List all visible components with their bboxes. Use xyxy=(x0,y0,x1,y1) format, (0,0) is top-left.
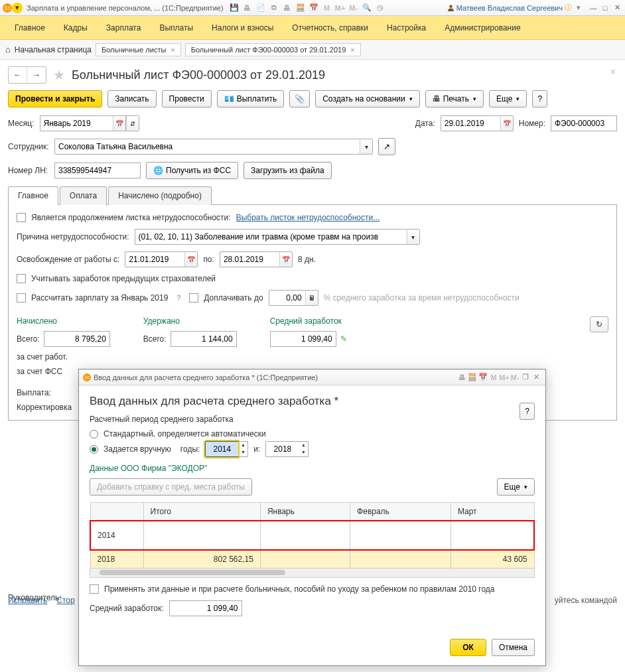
preview-icon[interactable]: 📄 xyxy=(255,3,266,13)
spinner-icon[interactable]: ⇵ xyxy=(126,115,139,131)
menu-main[interactable]: Главное xyxy=(5,16,54,40)
clock-icon[interactable]: ◷ xyxy=(375,3,385,13)
calendar-icon[interactable]: 📅 xyxy=(500,115,514,131)
user-label[interactable]: Матвеев Владислав Сергеевич xyxy=(447,4,563,12)
apply-2010-checkbox[interactable] xyxy=(90,584,99,594)
reason-select[interactable] xyxy=(135,229,407,245)
radio-manual[interactable] xyxy=(90,445,98,454)
create-based-on-button[interactable]: Создать на основании▾ xyxy=(315,90,420,107)
calc-icon[interactable]: 🖩 xyxy=(305,290,318,306)
continuation-checkbox[interactable] xyxy=(17,213,26,222)
m-plus-icon[interactable]: M+ xyxy=(499,372,510,383)
maximize-button[interactable]: □ xyxy=(600,3,610,13)
menu-reports[interactable]: Отчетность, справки xyxy=(283,16,378,40)
month-input[interactable] xyxy=(40,115,113,131)
print-icon[interactable]: 🖶 xyxy=(242,3,253,13)
menu-admin[interactable]: Администрирование xyxy=(435,16,529,40)
topup-checkbox[interactable] xyxy=(189,293,198,302)
dropdown-icon[interactable]: ▾ xyxy=(12,3,23,13)
refresh-button[interactable]: ↻ xyxy=(590,316,608,332)
load-file-button[interactable]: Загрузить из файла xyxy=(243,162,332,179)
number-input[interactable] xyxy=(551,115,617,131)
modal-more-button[interactable]: Еще▾ xyxy=(497,478,535,496)
help-button[interactable]: ? xyxy=(532,90,547,107)
print-icon[interactable]: 🖶 xyxy=(456,372,467,383)
tab-main[interactable]: Главное xyxy=(8,186,58,205)
tab-payment[interactable]: Оплата xyxy=(60,186,107,205)
more-button[interactable]: Еще▾ xyxy=(489,90,527,107)
home-icon[interactable]: ⌂ xyxy=(5,44,11,54)
storno-link[interactable]: Стор xyxy=(56,596,74,605)
select-prev-link[interactable]: Выбрать листок нетрудоспособности... xyxy=(236,213,380,222)
menu-salary[interactable]: Зарплата xyxy=(97,16,151,40)
avg-value[interactable] xyxy=(270,331,336,347)
calendar-icon[interactable]: 📅 xyxy=(279,251,293,267)
dropdown-icon[interactable]: ▾ xyxy=(360,139,373,155)
m-icon[interactable]: M xyxy=(322,3,332,13)
calendar-icon[interactable]: 📅 xyxy=(309,3,319,13)
attachment-button[interactable]: 📎 xyxy=(289,90,310,107)
close-window-button[interactable]: ✕ xyxy=(612,3,622,13)
release-to-input[interactable] xyxy=(220,251,279,267)
minimize-button[interactable]: — xyxy=(588,3,598,13)
add-ref-button[interactable]: Добавить справку с пред. места работы xyxy=(90,478,252,496)
menu-payments[interactable]: Выплаты xyxy=(150,16,202,40)
home-label[interactable]: Начальная страница xyxy=(15,45,92,54)
spinner[interactable]: ▲▼ xyxy=(238,441,248,457)
help-icon[interactable]: ? xyxy=(173,293,184,303)
m-minus-icon[interactable]: M- xyxy=(510,372,520,383)
modal-help-button[interactable]: ? xyxy=(520,403,535,420)
release-from-input[interactable] xyxy=(125,251,184,267)
dropdown-icon[interactable]: ▾ xyxy=(407,229,420,245)
compare-icon[interactable]: ⧉ xyxy=(269,3,279,13)
save-icon[interactable]: 💾 xyxy=(229,3,240,13)
pencil-icon[interactable]: ✎ xyxy=(340,334,347,344)
calc-icon[interactable]: 🧮 xyxy=(295,3,306,13)
close-icon[interactable]: ✕ xyxy=(531,372,541,383)
menu-settings[interactable]: Настройка xyxy=(378,16,435,40)
nav-forward[interactable]: → xyxy=(27,67,46,83)
open-employee-button[interactable]: ↗ xyxy=(378,138,395,155)
date-input[interactable] xyxy=(441,115,500,131)
close-doc-icon[interactable]: × xyxy=(610,66,616,77)
tab-accrued-detail[interactable]: Начислено (подробно) xyxy=(108,186,212,205)
post-button[interactable]: Провести xyxy=(162,90,212,107)
close-icon[interactable]: × xyxy=(171,46,174,54)
close-icon[interactable]: × xyxy=(350,46,354,54)
menu-personnel[interactable]: Кадры xyxy=(54,16,97,40)
year-to-input[interactable] xyxy=(265,441,299,457)
ln-input[interactable] xyxy=(54,163,141,178)
save-button[interactable]: Записать xyxy=(107,90,156,107)
topup-input[interactable] xyxy=(269,290,305,306)
calendar-icon[interactable]: 📅 xyxy=(478,372,488,383)
post-and-close-button[interactable]: Провести и закрыть xyxy=(8,90,102,107)
zoom-icon[interactable]: 🔍 xyxy=(362,3,372,13)
table-row[interactable]: 2014 xyxy=(90,521,534,550)
favorite-icon[interactable]: ★ xyxy=(53,67,65,83)
menu-taxes[interactable]: Налоги и взносы xyxy=(202,16,283,40)
table-row[interactable]: 2018 802 562,15 43 605 xyxy=(90,550,534,569)
print2-icon[interactable]: 🖶 xyxy=(282,3,293,13)
withheld-total[interactable] xyxy=(171,331,237,347)
tab-sick-leaves[interactable]: Больничные листы × xyxy=(96,43,181,56)
year-from-input[interactable] xyxy=(205,441,238,457)
pay-button[interactable]: 💶Выплатить xyxy=(217,90,285,107)
info-icon[interactable]: ⓘ xyxy=(563,3,573,13)
get-fss-button[interactable]: 🌐Получить из ФСС xyxy=(146,162,238,179)
accrued-total[interactable] xyxy=(44,331,110,347)
nav-back[interactable]: ← xyxy=(9,67,27,83)
modal-avg-input[interactable] xyxy=(169,600,242,616)
tab-sick-leave-doc[interactable]: Больничный лист ФЭ00-000003 от 29.01.201… xyxy=(185,43,361,56)
employee-input[interactable] xyxy=(54,139,360,155)
print-button[interactable]: 🖶Печать▾ xyxy=(425,90,484,107)
calendar-icon[interactable]: 📅 xyxy=(113,115,126,131)
fix-link[interactable]: Исправить xyxy=(8,596,47,605)
dropdown2-icon[interactable]: ▾ xyxy=(573,3,584,13)
m-plus-icon[interactable]: M+ xyxy=(335,3,346,13)
restore-icon[interactable]: ❐ xyxy=(520,372,531,383)
h-scrollbar[interactable] xyxy=(90,569,535,578)
radio-auto[interactable] xyxy=(90,430,98,438)
spinner[interactable]: ▲▼ xyxy=(299,441,309,457)
cancel-button[interactable]: Отмена xyxy=(492,639,535,656)
ok-button[interactable]: ОК xyxy=(450,639,486,656)
